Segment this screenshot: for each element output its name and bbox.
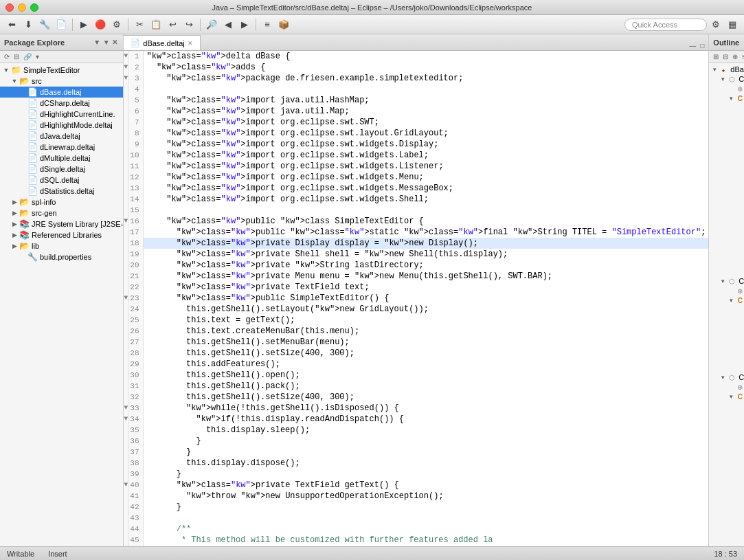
line-content[interactable]: "kw">class="kw">private "kw">String last… [144, 260, 708, 271]
close-button[interactable] [5, 3, 14, 12]
line-content[interactable]: } [144, 436, 708, 447]
outline-item[interactable]: ●removeAllListener(Styled [709, 363, 744, 372]
tree-item[interactable]: ▼📂src [0, 76, 123, 87]
tree-item[interactable]: ▶📂spl-info [0, 197, 123, 208]
outline-item[interactable]: ▼⬥dBase when TextField [709, 65, 744, 74]
tree-item[interactable]: 📄dHighlightMode.deltaj [0, 120, 123, 131]
tree-item[interactable]: ▶📚Referenced Libraries [0, 229, 123, 240]
minimize-editor-icon[interactable]: — [688, 41, 697, 50]
toolbar-btn-11[interactable]: ↪ [181, 17, 196, 32]
outline-arrow[interactable]: ▼ [728, 298, 735, 304]
line-content[interactable]: "kw">class="kw">private Display display … [144, 238, 708, 249]
outline-item[interactable]: ●main(String[]) : void [709, 238, 744, 247]
line-content[interactable] [144, 205, 708, 216]
line-content[interactable]: "kw">if(!this.display.readAndDispatch())… [144, 414, 708, 425]
line-content[interactable]: this.display.dispose(); [144, 458, 708, 469]
tab-close-icon[interactable]: ✕ [188, 40, 193, 47]
toolbar-btn-9[interactable]: 📋 [148, 17, 164, 32]
toolbar-btn-13[interactable]: ◀ [221, 17, 236, 32]
outline-item[interactable]: ▪shell : Shell [709, 122, 744, 132]
outline-item[interactable]: ▪text : TextField [709, 151, 744, 161]
line-content[interactable]: } [144, 502, 708, 513]
fold-marker[interactable]: ▼ [124, 293, 128, 304]
toolbar-btn-12[interactable]: 🔎 [204, 17, 219, 32]
outline-item[interactable]: ▪TITEL : String [709, 103, 744, 113]
outline-expand-icon[interactable]: ⊟ [721, 52, 730, 61]
toolbar-btn-5[interactable]: ▶ [76, 17, 91, 32]
tree-item[interactable]: 📄dBase.deltaj [0, 87, 123, 98]
outline-arrow[interactable]: ▼ [712, 67, 719, 73]
outline-item[interactable]: ●saveText() : boolean [709, 324, 744, 334]
line-content[interactable]: } [144, 469, 708, 480]
collapse-all-icon[interactable]: ⊟ [12, 52, 21, 61]
outline-static-icon[interactable]: ≡ [741, 52, 744, 61]
line-content[interactable]: "kw">class="kw">adds { [144, 62, 708, 73]
fold-marker[interactable]: ▼ [124, 480, 128, 491]
outline-arrow[interactable]: ▼ [720, 374, 727, 381]
outline-item[interactable]: ●setLastDirectory(String) [709, 257, 744, 267]
toolbar-btn-16[interactable]: 📦 [276, 17, 291, 32]
line-content[interactable]: "kw">class="kw">import java.util.HashMap… [144, 95, 708, 106]
line-content[interactable]: * on. [144, 546, 708, 546]
line-content[interactable]: this.getShell().setMenuBar(menu); [144, 337, 708, 348]
outline-item[interactable]: ▪UNTITLED_DOCUMENT [709, 440, 744, 449]
outline-item[interactable]: ●getShell() : Shell [709, 267, 744, 276]
outline-item[interactable]: ●getLastDirectory() : Stri [709, 247, 744, 257]
line-content[interactable]: "kw">class="kw">import org.eclipse.swt.w… [144, 161, 708, 172]
toolbar-btn-1[interactable]: ⬅ [4, 17, 19, 32]
tree-arrow[interactable]: ▼ [11, 78, 18, 85]
line-content[interactable]: this.display.sleep(); [144, 425, 708, 436]
line-content[interactable]: this.addFeatures(); [144, 359, 708, 370]
fold-marker[interactable]: ▼ [124, 51, 128, 62]
line-content[interactable]: "kw">class="kw">import org.eclipse.swt.w… [144, 194, 708, 205]
tree-item[interactable]: 📄dLinewrap.deltaj [0, 142, 123, 153]
outline-arrow[interactable]: ▼ [728, 96, 735, 102]
outline-item[interactable]: ⊕de.friesen.example.simplete [709, 84, 744, 93]
outline-item[interactable]: ●saveChangesDialog(Stri [709, 209, 744, 219]
line-content[interactable]: this.getShell().setSize(400, 300); [144, 392, 708, 403]
outline-item[interactable]: ●getCurrentStyledTextE [709, 315, 744, 324]
tree-arrow[interactable]: ▶ [11, 243, 18, 249]
outline-item[interactable]: ▼CStyledTextExtended [709, 392, 744, 401]
outline-item[interactable]: ●getText() : TextField [709, 170, 744, 180]
line-content[interactable]: "kw">class="kw">import org.eclipse.swt.l… [144, 128, 708, 139]
close-panel-icon[interactable]: ✕ [111, 38, 119, 47]
fold-marker[interactable]: ▼ [124, 73, 128, 84]
line-content[interactable]: "kw">class="kw">public SimpleTextEditor(… [144, 293, 708, 304]
tree-item[interactable]: 📄dMultiple.deltaj [0, 153, 123, 164]
outline-fields-icon[interactable]: ⊕ [731, 52, 739, 61]
line-content[interactable]: this.text = getText(); [144, 315, 708, 326]
tree-arrow[interactable]: ▶ [11, 199, 18, 205]
outline-item[interactable]: ▼CSimpleTextEditor [709, 93, 744, 103]
line-content[interactable]: this.getShell().open(); [144, 370, 708, 381]
outline-arrow[interactable]: ▼ [720, 76, 727, 82]
outline-item[interactable]: ●showAboutDialog() : voi [709, 199, 744, 209]
line-content[interactable]: this.text.createMenuBar(this.menu); [144, 326, 708, 337]
link-editor-icon[interactable]: 🔗 [22, 52, 33, 61]
toolbar-btn-4[interactable]: 📄 [54, 17, 69, 32]
toolbar-btn-3[interactable]: 🔧 [37, 17, 52, 32]
line-content[interactable]: "kw">class="kw">package de.friesen.examp… [144, 73, 708, 84]
line-content[interactable]: } [144, 447, 708, 458]
tree-item[interactable]: 📄dJava.deltaj [0, 131, 123, 142]
line-content[interactable]: "kw">class="kw">public "kw">class="kw">s… [144, 227, 708, 238]
tree-item[interactable]: 📄dSQL.deltaj [0, 175, 123, 186]
tree-item[interactable]: ▼📁SimpleTextEditor [0, 65, 123, 76]
line-content[interactable]: "kw">class="kw">delta dBase { [144, 51, 708, 62]
line-content[interactable] [144, 513, 708, 524]
outline-item[interactable]: ●addAllModifyListener(Ma [709, 219, 744, 228]
outline-item[interactable]: ⊕de.friesen.example.simplete [709, 382, 744, 392]
line-content[interactable]: "kw">class="kw">import org.eclipse.swt.w… [144, 183, 708, 194]
outline-item[interactable]: ▪menu : Menu [709, 142, 744, 151]
line-content[interactable]: "kw">while(!this.getShell().isDisposed()… [144, 403, 708, 414]
line-content[interactable]: this.getShell().pack(); [144, 381, 708, 392]
line-content[interactable]: "kw">class="kw">import org.eclipse.swt.w… [144, 172, 708, 183]
line-content[interactable]: "kw">class="kw">private Shell shell = "k… [144, 249, 708, 260]
tree-arrow[interactable]: ▶ [11, 232, 18, 238]
outline-sync-icon[interactable]: ⊞ [712, 52, 720, 61]
view-menu-icon[interactable]: ▾ [34, 52, 41, 61]
toolbar-btn-10[interactable]: ↩ [165, 17, 180, 32]
tree-item[interactable]: ▶📂src-gen [0, 208, 123, 219]
outline-item[interactable]: ●removeEventListener(Lo [709, 353, 744, 363]
line-content[interactable]: "kw">class="kw">private TextField text; [144, 282, 708, 293]
